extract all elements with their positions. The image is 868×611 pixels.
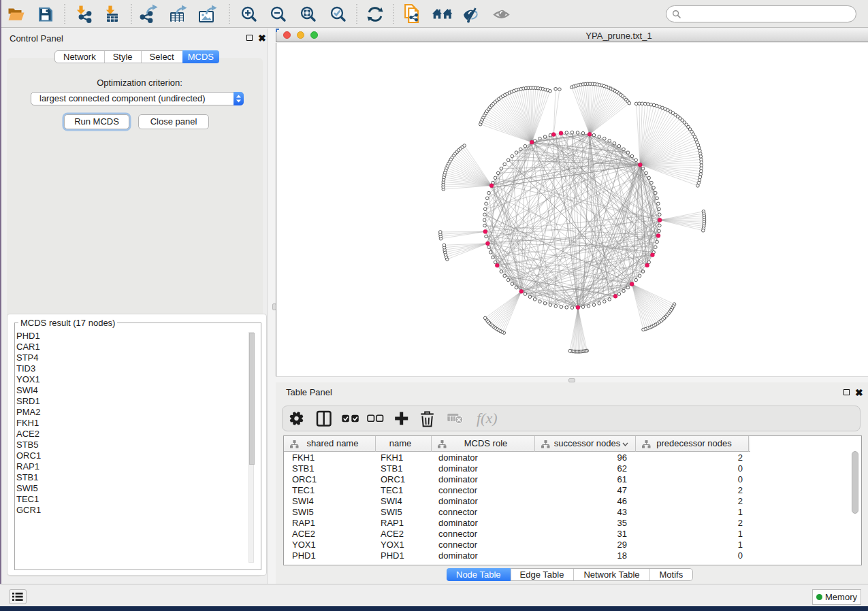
svg-text:f(x): f(x)	[477, 410, 498, 427]
